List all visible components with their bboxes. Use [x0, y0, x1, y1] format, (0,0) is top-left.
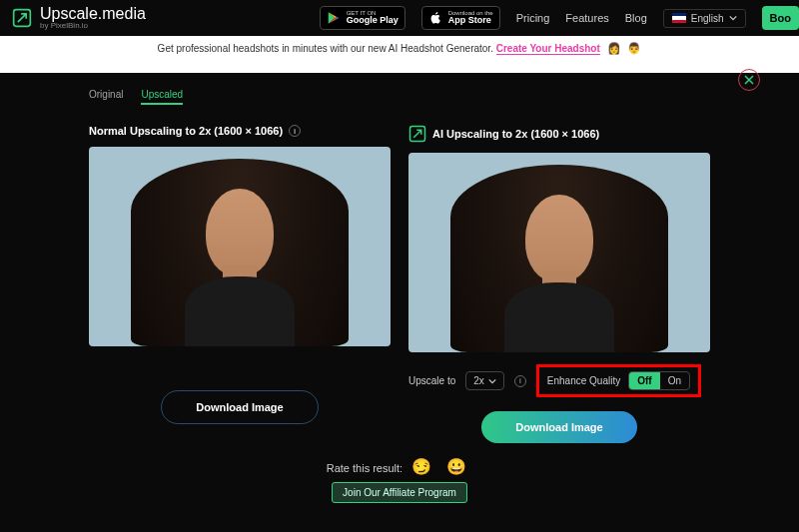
chevron-down-icon [488, 377, 496, 385]
ai-title-row: AI Upscaling to 2x (1600 × 1066) [408, 125, 710, 143]
ai-controls: Upscale to 2x i Enhance Quality Off On [408, 364, 710, 397]
enhance-label: Enhance Quality [547, 375, 620, 386]
normal-title: Normal Upscaling to 2x (1600 × 1066) [89, 125, 283, 137]
enhance-toggle: Off On [628, 371, 690, 390]
close-button[interactable] [738, 69, 760, 91]
enhance-off[interactable]: Off [629, 372, 659, 389]
promo-cta[interactable]: Create Your Headshot [496, 43, 600, 55]
upscale-value: 2x [473, 375, 484, 386]
rate-label: Rate this result: [327, 462, 402, 474]
rate-row: Rate this result: 😏 😀 Join Our Affiliate… [89, 457, 710, 503]
brand[interactable]: Upscale.media by PixelBin.io [12, 6, 146, 30]
download-normal-button[interactable]: Download Image [161, 390, 318, 424]
headshot-emoji-female: 👩 [607, 42, 621, 54]
brand-text: Upscale.media by PixelBin.io [40, 6, 146, 30]
apple-icon [428, 11, 442, 25]
top-header: Upscale.media by PixelBin.io GET IT ONGo… [0, 0, 799, 36]
ai-logo-icon [408, 125, 426, 143]
upscale-to-label: Upscale to [408, 375, 455, 386]
uk-flag-icon [672, 13, 686, 23]
upscale-logo-icon [12, 8, 32, 28]
chevron-down-icon [729, 14, 737, 22]
headshot-emoji-male: 👨 [627, 42, 641, 54]
nav-blog[interactable]: Blog [625, 12, 647, 24]
ai-title: AI Upscaling to 2x (1600 × 1066) [432, 128, 599, 140]
boost-button[interactable]: Boo [762, 6, 799, 30]
rate-emoji-grin[interactable]: 😀 [446, 458, 466, 475]
results-container: Original Upscaled Normal Upscaling to 2x… [67, 73, 732, 507]
tab-original[interactable]: Original [89, 89, 123, 105]
language-label: English [691, 13, 724, 24]
as-line2: App Store [448, 16, 493, 26]
brand-subtitle: by PixelBin.io [40, 22, 146, 30]
brand-name: Upscale.media [40, 6, 146, 22]
rate-emoji-smirk[interactable]: 😏 [411, 458, 431, 475]
google-play-icon [327, 11, 341, 25]
enhance-highlight: Enhance Quality Off On [536, 364, 701, 397]
info-icon[interactable]: i [289, 125, 301, 137]
promo-banner: Get professional headshots in minutes wi… [0, 36, 799, 73]
normal-image [89, 147, 391, 346]
ai-image [408, 153, 710, 352]
tab-upscaled[interactable]: Upscaled [141, 89, 183, 105]
upscale-select[interactable]: 2x [465, 371, 504, 390]
result-tabs: Original Upscaled [89, 89, 710, 105]
language-selector[interactable]: English [663, 9, 746, 28]
panel-ai: AI Upscaling to 2x (1600 × 1066) Upscale… [408, 125, 710, 453]
nav-pricing[interactable]: Pricing [516, 12, 550, 24]
google-play-badge[interactable]: GET IT ONGoogle Play [320, 6, 405, 30]
normal-title-row: Normal Upscaling to 2x (1600 × 1066) i [89, 125, 391, 137]
enhance-on[interactable]: On [660, 372, 689, 389]
download-ai-button[interactable]: Download Image [481, 411, 636, 443]
app-store-badge[interactable]: Download on theApp Store [421, 6, 500, 30]
promo-text: Get professional headshots in minutes wi… [158, 43, 496, 54]
nav-features[interactable]: Features [565, 12, 608, 24]
compare-row: Normal Upscaling to 2x (1600 × 1066) i D… [89, 125, 710, 453]
close-icon [744, 75, 754, 85]
panel-normal: Normal Upscaling to 2x (1600 × 1066) i D… [89, 125, 391, 453]
gp-line2: Google Play [347, 16, 399, 26]
info-icon[interactable]: i [514, 375, 526, 387]
affiliate-button[interactable]: Join Our Affiliate Program [332, 482, 467, 503]
